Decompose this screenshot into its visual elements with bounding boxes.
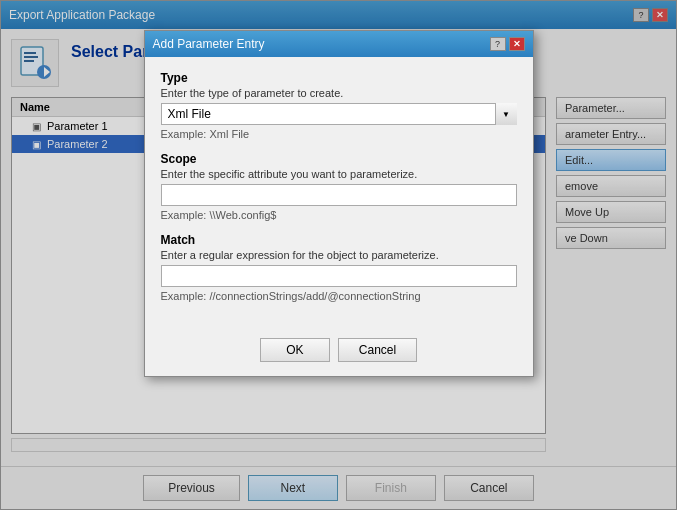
type-field-group: Type Enter the type of parameter to crea…: [161, 71, 517, 140]
modal-footer: OK Cancel: [145, 328, 533, 376]
match-description: Enter a regular expression for the objec…: [161, 249, 517, 261]
scope-input[interactable]: [161, 184, 517, 206]
type-select[interactable]: Xml File: [161, 103, 517, 125]
match-label: Match: [161, 233, 517, 247]
scope-field-group: Scope Enter the specific attribute you w…: [161, 152, 517, 221]
main-window: Export Application Package ? ✕ Sele: [0, 0, 677, 510]
modal-help-button[interactable]: ?: [490, 37, 506, 51]
modal-cancel-button[interactable]: Cancel: [338, 338, 417, 362]
type-select-wrapper: Xml File ▼: [161, 103, 517, 125]
modal-dialog: Add Parameter Entry ? ✕ Type Enter the t…: [144, 30, 534, 377]
type-label: Type: [161, 71, 517, 85]
modal-titlebar: Add Parameter Entry ? ✕: [145, 31, 533, 57]
type-description: Enter the type of parameter to create.: [161, 87, 517, 99]
match-input[interactable]: [161, 265, 517, 287]
scope-example: Example: \\Web.config$: [161, 209, 517, 221]
modal-body: Type Enter the type of parameter to crea…: [145, 57, 533, 328]
match-example: Example: //connectionStrings/add/@connec…: [161, 290, 517, 302]
scope-description: Enter the specific attribute you want to…: [161, 168, 517, 180]
modal-controls: ? ✕: [490, 37, 525, 51]
modal-close-button[interactable]: ✕: [509, 37, 525, 51]
modal-ok-button[interactable]: OK: [260, 338, 330, 362]
type-example: Example: Xml File: [161, 128, 517, 140]
match-field-group: Match Enter a regular expression for the…: [161, 233, 517, 302]
scope-label: Scope: [161, 152, 517, 166]
modal-overlay: Add Parameter Entry ? ✕ Type Enter the t…: [0, 0, 677, 510]
modal-title: Add Parameter Entry: [153, 37, 265, 51]
